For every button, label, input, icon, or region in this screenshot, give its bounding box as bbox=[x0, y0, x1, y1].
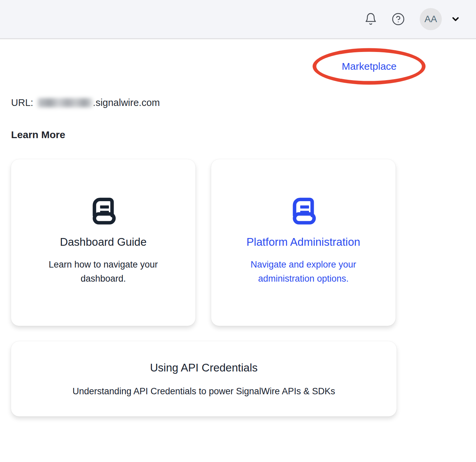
card-description: Navigate and explore your administration… bbox=[236, 258, 370, 286]
learn-cards-row: Dashboard Guide Learn how to navigate yo… bbox=[11, 159, 397, 326]
bell-icon bbox=[364, 12, 377, 26]
marketplace-row: Marketplace bbox=[11, 48, 397, 84]
card-title: Using API Credentials bbox=[150, 361, 258, 374]
card-description: Understanding API Credentials to power S… bbox=[72, 386, 335, 397]
url-domain-suffix: .signalwire.com bbox=[93, 97, 160, 108]
platform-administration-card[interactable]: Platform Administration Navigate and exp… bbox=[211, 159, 396, 326]
notifications-button[interactable] bbox=[363, 12, 378, 26]
account-menu-button[interactable] bbox=[450, 12, 461, 26]
card-title: Platform Administration bbox=[246, 236, 360, 248]
book-icon bbox=[288, 193, 319, 225]
book-icon bbox=[87, 193, 119, 225]
question-circle-icon bbox=[392, 12, 405, 26]
main-content: Marketplace URL: .signalwire.com Learn M… bbox=[11, 48, 397, 416]
help-button[interactable] bbox=[391, 12, 406, 26]
api-credentials-card[interactable]: Using API Credentials Understanding API … bbox=[11, 341, 397, 416]
card-title: Dashboard Guide bbox=[60, 236, 147, 248]
space-url: URL: .signalwire.com bbox=[11, 97, 397, 108]
dashboard-guide-card[interactable]: Dashboard Guide Learn how to navigate yo… bbox=[11, 159, 195, 326]
url-masked-segment bbox=[38, 98, 92, 107]
chevron-down-icon bbox=[451, 14, 461, 24]
avatar[interactable]: AA bbox=[420, 8, 442, 30]
card-description: Learn how to navigate your dashboard. bbox=[47, 258, 160, 286]
top-header: AA bbox=[0, 0, 476, 39]
url-label: URL: bbox=[11, 97, 33, 108]
marketplace-link[interactable]: Marketplace bbox=[342, 61, 397, 72]
learn-more-heading: Learn More bbox=[11, 129, 397, 140]
